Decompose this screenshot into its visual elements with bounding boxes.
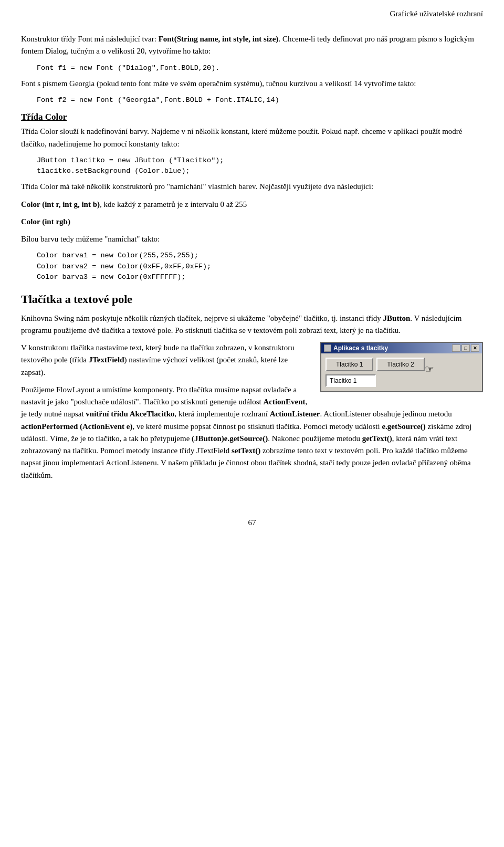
- code-inline: Font(String name, int style, int size): [159, 35, 279, 43]
- cursor-icon: ☞: [425, 363, 434, 375]
- color-rgb: Color (int rgb): [21, 216, 483, 228]
- app-titlebar: Aplikace s tlacitky _ □ ✕: [321, 343, 482, 353]
- color-para-1: Třída Color slouží k nadefinování barvy.…: [21, 126, 483, 150]
- code-block-2: Font f2 = new Font ("Georgia",Font.BOLD …: [37, 95, 483, 106]
- color-int-rgb: Color (int r, int g, int b), kde každý z…: [21, 198, 483, 211]
- page-footer: 67: [0, 508, 504, 532]
- textfield-row: Tlacitko 1: [326, 374, 478, 387]
- titlebar-buttons: _ □ ✕: [452, 344, 479, 352]
- titlebar-left: Aplikace s tlacitky: [324, 344, 388, 352]
- header-title: Grafické uživatelské rozhraní: [390, 9, 483, 18]
- code-block-3: JButton tlacitko = new JButton ("Tlacitk…: [37, 155, 483, 177]
- buttons-para-3: Použijeme FlowLayout a umístíme komponen…: [21, 384, 483, 482]
- code-block-1: Font f1 = new Font ("Dialog",Font.BOLD,2…: [37, 63, 483, 74]
- app-title: Aplikace s tlacitky: [333, 344, 388, 352]
- app-icon: [324, 344, 331, 352]
- intro-paragraph: Konstruktor třídy Font má následující tv…: [21, 33, 483, 58]
- page-number: 67: [248, 518, 256, 527]
- swing-button-1[interactable]: Tlacitko 1: [326, 358, 373, 371]
- georgia-paragraph: Font s písmem Georgia (pokud tento font …: [21, 78, 483, 90]
- code-block-4: Color barva1 = new Color(255,255,255); C…: [37, 250, 483, 283]
- minimize-button[interactable]: _: [452, 344, 460, 352]
- page-header: Grafické uživatelské rozhraní: [0, 0, 504, 24]
- button-row: Tlacitko 1 Tlacitko 2 ☞: [326, 358, 478, 371]
- buttons-section-heading: Tlačítka a textové pole: [21, 292, 483, 307]
- color-section-heading: Třída Color: [21, 112, 483, 122]
- color-para-2: Třída Color má také několik konstruktorů…: [21, 181, 483, 193]
- buttons-para-1: Knihovna Swing nám poskytuje několik růz…: [21, 312, 483, 337]
- maximize-button[interactable]: □: [461, 344, 470, 352]
- page-container: Grafické uživatelské rozhraní Konstrukto…: [0, 0, 504, 847]
- app-window-screenshot: Aplikace s tlacitky _ □ ✕ Tlacitko 1: [320, 342, 483, 392]
- close-button[interactable]: ✕: [471, 344, 479, 352]
- app-body: Tlacitko 1 Tlacitko 2 ☞ Tlacitko 1: [321, 353, 482, 391]
- main-content: Konstruktor třídy Font má následující tv…: [0, 24, 504, 508]
- swing-textfield[interactable]: Tlacitko 1: [326, 374, 376, 387]
- color-para-3: Bílou barvu tedy můžeme "namíchat" takto…: [21, 233, 483, 245]
- swing-button-2[interactable]: Tlacitko 2: [376, 358, 424, 371]
- swing-app-window: Aplikace s tlacitky _ □ ✕ Tlacitko 1: [320, 342, 483, 392]
- float-section: Aplikace s tlacitky _ □ ✕ Tlacitko 1: [21, 342, 483, 487]
